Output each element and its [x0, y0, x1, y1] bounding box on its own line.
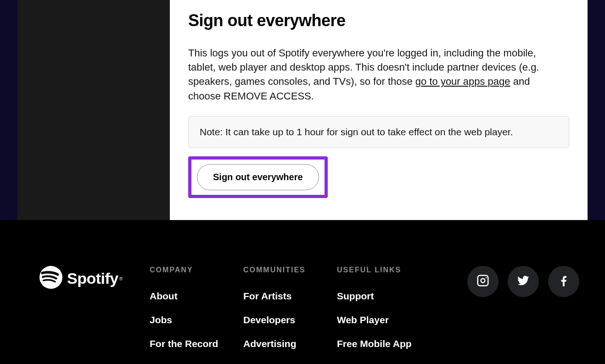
- twitter-button[interactable]: [508, 266, 539, 297]
- footer-brand-name: Spotify: [67, 270, 118, 287]
- note-box: Note: It can take up to 1 hour for sign …: [188, 116, 569, 148]
- page-title: Sign out everywhere: [188, 11, 569, 30]
- outer-frame-left: [0, 0, 17, 220]
- facebook-icon: [557, 274, 571, 289]
- page-footer: Spotify® COMPANY About Jobs For the Reco…: [0, 220, 605, 364]
- footer-col-useful: USEFUL LINKS Support Web Player Free Mob…: [337, 266, 429, 362]
- footer-link-mobileapp[interactable]: Free Mobile App: [337, 338, 429, 349]
- footer-link-jobs[interactable]: Jobs: [150, 314, 241, 325]
- apps-page-link[interactable]: go to your apps page: [415, 76, 510, 87]
- footer-col-company-title: COMPANY: [150, 266, 241, 274]
- note-text: Note: It can take up to 1 hour for sign …: [200, 127, 513, 137]
- footer-link-developers[interactable]: Developers: [243, 314, 335, 325]
- footer-link-webplayer[interactable]: Web Player: [337, 314, 429, 325]
- footer-col-useful-title: USEFUL LINKS: [337, 266, 429, 274]
- twitter-icon: [516, 274, 530, 289]
- footer-col-company: COMPANY About Jobs For the Record: [150, 266, 241, 362]
- main-content: Sign out everywhere This logs you out of…: [170, 0, 588, 220]
- left-sidebar: [17, 0, 170, 220]
- sign-out-everywhere-button[interactable]: Sign out everywhere: [197, 164, 319, 190]
- footer-link-about[interactable]: About: [150, 291, 241, 302]
- spotify-icon: [39, 266, 62, 291]
- footer-social: [467, 266, 579, 297]
- footer-link-support[interactable]: Support: [337, 291, 429, 302]
- facebook-button[interactable]: [548, 266, 579, 297]
- outer-frame-right: [588, 0, 605, 220]
- footer-col-communities-title: COMMUNITIES: [243, 266, 335, 274]
- annotation-highlight: Sign out everywhere: [188, 156, 328, 198]
- instagram-icon: [476, 274, 490, 289]
- footer-brand-tm: ®: [119, 276, 123, 281]
- footer-link-artists[interactable]: For Artists: [243, 291, 335, 302]
- footer-link-advertising[interactable]: Advertising: [243, 338, 335, 349]
- instagram-button[interactable]: [467, 266, 499, 297]
- footer-logo[interactable]: Spotify®: [39, 266, 131, 291]
- footer-link-record[interactable]: For the Record: [150, 338, 241, 349]
- signout-description: This logs you out of Spotify everywhere …: [188, 46, 565, 103]
- footer-col-communities: COMMUNITIES For Artists Developers Adver…: [243, 266, 335, 362]
